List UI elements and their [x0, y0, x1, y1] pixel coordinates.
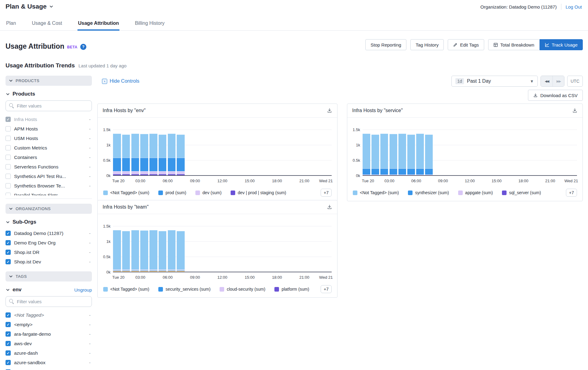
x-tick-label: 18:00 — [272, 275, 282, 280]
legend-item[interactable]: prod (sum) — [158, 190, 186, 195]
legend-item[interactable]: sql_server (sum) — [502, 190, 541, 195]
download-icon[interactable] — [327, 108, 332, 113]
tab-billing-history[interactable]: Billing History — [134, 21, 165, 30]
product-label: Parallel Testing Slots — [14, 193, 58, 196]
plot-area: 0k0.5k1k1.5k — [113, 130, 332, 176]
tag-history-label: Tag History — [416, 42, 439, 47]
tag-value-list-item[interactable]: bbfse - — [6, 367, 92, 370]
product-list-item[interactable]: Synthetics Browser Te... - — [6, 181, 92, 191]
tag-history-button[interactable]: Tag History — [410, 39, 444, 50]
tag-value-list-item[interactable]: azure-sandbox - — [6, 358, 92, 367]
download-csv-button[interactable]: Download as CSV — [528, 90, 583, 101]
hide-controls-link[interactable]: ‹ Hide Controls — [102, 78, 139, 84]
x-tick-label: 09:00 — [190, 179, 200, 183]
tag-value-list-item[interactable]: <Not Tagged> - — [6, 310, 92, 320]
checkbox[interactable] — [6, 240, 11, 245]
legend-item[interactable]: dev (sum) — [195, 190, 221, 195]
x-tick-label: 15:00 — [492, 179, 502, 183]
products-filter-input[interactable] — [6, 100, 92, 111]
help-icon[interactable]: ? — [80, 44, 86, 50]
product-list-item[interactable]: Parallel Testing Slots - — [6, 191, 92, 195]
suborg-list-item[interactable]: Shop.ist Dev - — [6, 257, 92, 266]
tag-value-list-item[interactable]: <empty> - — [6, 320, 92, 329]
tag-value-list-item[interactable]: aws-dev - — [6, 339, 92, 348]
app-title-dropdown[interactable]: Plan & Usage — [6, 3, 53, 10]
legend-item[interactable]: platform (sum) — [274, 287, 309, 292]
checkbox[interactable] — [6, 136, 11, 141]
edit-tags-button[interactable]: Edit Tags — [448, 39, 484, 50]
legend-overflow-badge[interactable]: +7 — [321, 285, 332, 293]
tags-filter-input[interactable] — [6, 296, 92, 307]
checkbox[interactable] — [6, 193, 11, 195]
time-back-button[interactable]: ◀◀ — [541, 76, 552, 86]
total-breakdown-button[interactable]: Total Breakdown — [488, 39, 540, 50]
product-list-item[interactable]: APM Hosts - — [6, 124, 92, 134]
tab-usage-cost[interactable]: Usage & Cost — [31, 21, 63, 30]
track-usage-button[interactable]: Track Usage — [540, 39, 583, 50]
checkbox[interactable] — [6, 155, 11, 160]
ungroup-link[interactable]: Ungroup — [74, 287, 92, 293]
checkbox[interactable] — [6, 174, 11, 179]
time-range-select[interactable]: 1d Past 1 Day ▼ — [451, 76, 538, 87]
suborg-label: Datadog Demo (11287) — [14, 231, 63, 236]
legend-item[interactable]: <Not Tagged> (sum) — [103, 190, 149, 195]
legend-item[interactable]: <Not Tagged> (sum) — [103, 287, 149, 292]
product-list-item[interactable]: Custom Metrics - — [6, 143, 92, 153]
checkbox[interactable] — [6, 126, 11, 131]
utc-button[interactable]: UTC — [567, 76, 583, 87]
product-value: - — [89, 183, 92, 189]
product-value: - — [89, 155, 92, 160]
product-list-item[interactable]: Serverless Functions - — [6, 162, 92, 172]
legend-item[interactable]: dev | prod | staging (sum) — [231, 190, 286, 195]
suborg-list-item[interactable]: Demo Eng Dev Org - — [6, 238, 92, 247]
checkbox[interactable] — [6, 331, 11, 337]
suborg-list-item[interactable]: Shop.ist DR - — [6, 247, 92, 257]
legend-item[interactable]: appgate (sum) — [458, 190, 493, 195]
product-list-item[interactable]: Synthetics API Test Ru... - — [6, 172, 92, 181]
checkbox[interactable] — [6, 183, 11, 188]
product-label: Serverless Functions — [14, 164, 58, 170]
products-group-title[interactable]: Products — [6, 91, 92, 97]
separator — [561, 4, 561, 10]
checkbox[interactable] — [6, 360, 11, 365]
product-list-item[interactable]: Infra Hosts - — [6, 115, 92, 124]
legend-overflow-badge[interactable]: +7 — [321, 189, 332, 197]
tab-usage-attribution[interactable]: Usage Attribution — [77, 21, 120, 30]
stop-reporting-button[interactable]: Stop Reporting — [365, 39, 406, 50]
suborg-list-item[interactable]: Datadog Demo (11287) - — [6, 228, 92, 238]
product-value: - — [89, 117, 92, 122]
checkbox[interactable] — [6, 145, 11, 150]
checkbox[interactable] — [6, 117, 11, 122]
logout-link[interactable]: Log Out — [566, 4, 582, 9]
legend-overflow-badge[interactable]: +7 — [566, 189, 577, 197]
legend-item[interactable]: synthesizer (sum) — [408, 190, 449, 195]
legend-swatch — [502, 191, 507, 195]
organizations-section-header[interactable]: ORGANIZATIONS — [6, 204, 92, 214]
suborgs-group-title[interactable]: Sub-Orgs — [6, 219, 92, 225]
checkbox[interactable] — [6, 164, 11, 169]
legend-label: prod (sum) — [165, 190, 186, 195]
time-forward-button[interactable]: ▶▶ — [552, 76, 564, 86]
download-icon[interactable] — [572, 108, 578, 113]
checkbox[interactable] — [6, 312, 11, 318]
legend-item[interactable]: <Not Tagged> (sum) — [353, 190, 399, 195]
product-list-item[interactable]: USM Hosts - — [6, 134, 92, 143]
tag-value-list-item[interactable]: ara-fargate-demo - — [6, 329, 92, 339]
download-icon[interactable] — [327, 204, 332, 210]
tag-value-list-item[interactable]: azure-dash - — [6, 348, 92, 358]
checkbox[interactable] — [6, 259, 11, 264]
checkbox[interactable] — [6, 322, 11, 327]
checkbox[interactable] — [6, 350, 11, 356]
tab-plan[interactable]: Plan — [6, 21, 17, 30]
checkbox[interactable] — [6, 250, 11, 255]
products-section-header[interactable]: PRODUCTS — [6, 76, 92, 86]
tags-section-header[interactable]: TAGS — [6, 271, 92, 281]
tag-group-title[interactable]: env Ungroup — [6, 287, 92, 293]
checkbox[interactable] — [6, 341, 11, 346]
legend-item[interactable]: cloud-security (sum) — [220, 287, 265, 292]
bar — [168, 230, 176, 272]
product-list-item[interactable]: Containers - — [6, 153, 92, 162]
legend-item[interactable]: security_services (sum) — [158, 287, 210, 292]
products-section-label: PRODUCTS — [16, 78, 40, 83]
checkbox[interactable] — [6, 231, 11, 236]
